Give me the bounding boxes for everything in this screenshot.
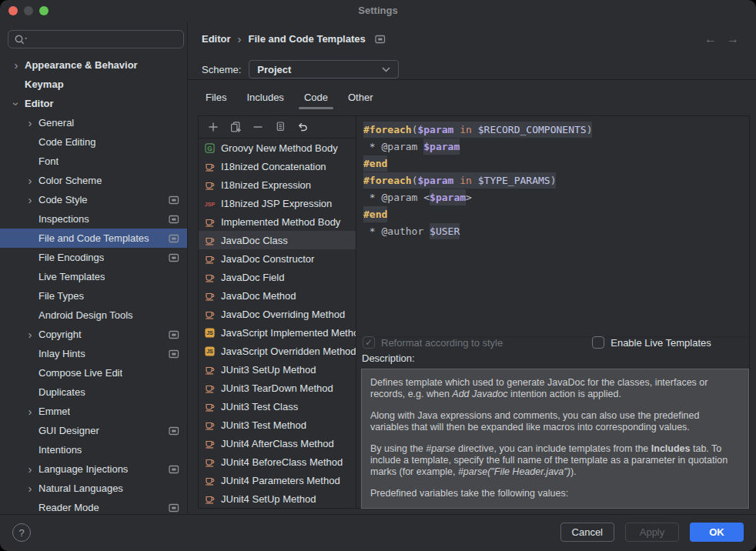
sidebar-item-font[interactable]: Font [0,152,187,171]
code-token: $param [417,122,453,138]
template-item-label: JavaDoc Overriding Method [221,309,345,320]
scheme-select[interactable]: Project [249,60,399,78]
search-icon [13,33,29,46]
remove-icon[interactable] [252,121,264,133]
sidebar-item-label: File Encodings [38,252,104,263]
template-item-label: Implemented Method Body [221,216,340,228]
sidebar-item-editor[interactable]: ›Editor [0,94,187,113]
sidebar-item-emmet[interactable]: ›Emmet [0,402,187,421]
sidebar-item-gui-designer[interactable]: GUI Designer [0,421,187,440]
js-file-icon: JS [203,346,216,357]
code-token: in [460,122,472,138]
chevron-down-icon[interactable]: › [12,95,20,112]
tab-includes[interactable]: Includes [246,86,283,110]
chevron-right-icon[interactable]: › [22,485,38,493]
minimize-window-icon[interactable] [24,6,33,15]
sidebar-item-reader-mode[interactable]: Reader Mode [0,498,187,514]
template-item-implemented-method-body[interactable]: Implemented Method Body [199,212,356,231]
sidebar-item-file-and-code-templates[interactable]: File and Code Templates [0,229,187,248]
description-text: Add Javadoc [452,389,507,399]
sidebar-item-copyright[interactable]: ›Copyright [0,325,187,344]
tab-other[interactable]: Other [348,86,373,110]
screen-icon [164,426,179,436]
template-editor[interactable]: #foreach($param in $RECORD_COMPONENTS) *… [356,116,749,337]
forward-icon[interactable]: → [727,32,739,46]
template-item-javadoc-field[interactable]: JavaDoc Field [199,268,356,286]
chevron-right-icon[interactable]: › [22,408,38,416]
code-line: #end [363,206,749,223]
java-file-icon [203,235,216,246]
chevron-right-icon[interactable]: › [22,177,38,185]
template-item-junit4-setup-method[interactable]: JUnit4 SetUp Method [199,489,356,508]
tab-code[interactable]: Code [304,86,328,110]
sidebar-item-duplicates[interactable]: Duplicates [0,382,187,402]
zoom-window-icon[interactable] [39,6,49,15]
sidebar-item-intentions[interactable]: Intentions [0,440,187,459]
sidebar-item-code-editing[interactable]: Code Editing [0,132,187,152]
sidebar-item-file-encodings[interactable]: File Encodings [0,248,187,267]
template-item-i18nized-concatenation[interactable]: I18nized Concatenation [199,157,356,175]
enable-live-templates-checkbox[interactable] [592,336,604,349]
sidebar-item-inlay-hints[interactable]: Inlay Hints [0,344,187,363]
sidebar-item-keymap[interactable]: Keymap [0,75,187,94]
template-item-javadoc-method[interactable]: JavaDoc Method [199,286,356,305]
back-icon[interactable]: ← [704,32,717,46]
reset-icon[interactable] [296,121,309,133]
sidebar-item-label: Duplicates [38,386,85,398]
tab-files[interactable]: Files [206,86,226,110]
java-file-icon [203,253,216,265]
template-item-i18nized-expression[interactable]: I18nized Expression [199,175,356,194]
code-token [472,172,478,189]
sidebar-item-natural-languages[interactable]: ›Natural Languages [0,479,187,498]
sidebar-item-language-injections[interactable]: ›Language Injections [0,459,187,479]
copy-icon[interactable] [274,121,286,133]
cancel-button[interactable]: Cancel [560,523,614,542]
sidebar-item-general[interactable]: ›General [0,113,187,132]
code-token: * @param [363,141,423,152]
template-item-groovy-new-method-body[interactable]: GGroovy New Method Body [199,139,356,157]
sidebar-item-android-design-tools[interactable]: Android Design Tools [0,306,187,325]
sidebar-item-live-templates[interactable]: Live Templates [0,267,187,286]
close-window-icon[interactable] [8,6,18,15]
sidebar-item-compose-live-edit[interactable]: Compose Live Edit [0,363,187,382]
ok-button[interactable]: OK [690,523,744,542]
sidebar-item-code-style[interactable]: ›Code Style [0,190,187,209]
sidebar-item-label: Code Style [38,194,88,205]
screen-icon [375,35,386,44]
search-input[interactable] [8,30,184,48]
chevron-right-icon[interactable]: › [22,196,38,204]
duplicate-icon[interactable] [229,121,242,133]
template-item-javadoc-constructor[interactable]: JavaDoc Constructor [199,249,356,268]
sidebar-item-color-scheme[interactable]: ›Color Scheme [0,171,187,190]
template-item-junit3-test-class[interactable]: JUnit3 Test Class [199,397,356,416]
sidebar-item-file-types[interactable]: File Types [0,286,187,306]
template-item-junit3-test-method[interactable]: JUnit3 Test Method [199,416,356,434]
template-item-junit4-beforeclass-method[interactable]: JUnit4 BeforeClass Method [199,452,356,471]
screen-icon [164,195,179,205]
apply-button[interactable]: Apply [625,523,679,542]
chevron-right-icon[interactable]: › [22,331,38,339]
chevron-right-icon[interactable]: › [22,119,38,127]
template-item-javascript-overridden-method[interactable]: JSJavaScript Overridden Method [199,342,356,360]
chevron-right-icon[interactable]: › [22,466,38,473]
template-item-junit3-teardown-method[interactable]: JUnit3 TearDown Method [199,379,356,397]
template-item-javadoc-class[interactable]: JavaDoc Class [199,231,356,249]
sidebar-item-label: Appearance & Behavior [25,59,138,71]
breadcrumb-item-editor[interactable]: Editor [202,33,231,45]
java-file-icon [203,364,216,376]
code-token: #end [363,155,387,172]
description-text: Along with Java expressions and comments… [370,410,699,432]
add-icon[interactable] [207,121,219,133]
template-item-i18nized-jsp-expression[interactable]: JSPI18nized JSP Expression [199,194,356,212]
template-item-junit4-parameters-method[interactable]: JUnit4 Parameters Method [199,471,356,489]
template-item-javascript-implemented-method[interactable]: JSJavaScript Implemented Method [199,323,356,342]
template-item-junit4-afterclass-method[interactable]: JUnit4 AfterClass Method [199,434,356,452]
screen-icon [164,349,179,359]
chevron-right-icon[interactable]: › [8,62,25,69]
sidebar-item-appearance-behavior[interactable]: ›Appearance & Behavior [0,55,187,75]
template-item-label: JavaDoc Constructor [221,253,314,265]
template-item-javadoc-overriding-method[interactable]: JavaDoc Overriding Method [199,305,356,323]
template-item-junit3-setup-method[interactable]: JUnit3 SetUp Method [199,360,356,379]
help-button[interactable]: ? [12,523,31,542]
sidebar-item-inspections[interactable]: Inspections [0,209,187,229]
